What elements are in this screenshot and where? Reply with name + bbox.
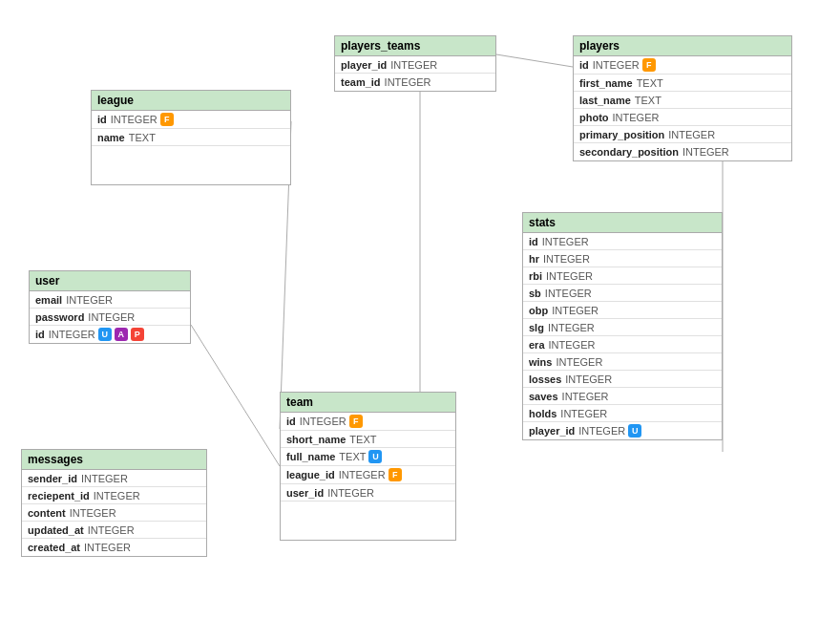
col-type: TEXT: [339, 451, 366, 462]
table-row: sbINTEGER: [523, 285, 722, 302]
col-name: rbi: [529, 270, 542, 282]
table-row: idINTEGERF: [281, 413, 455, 431]
col-type: INTEGER: [300, 416, 346, 427]
table-spacer: [92, 146, 290, 184]
col-name: id: [97, 114, 107, 125]
table-row: passwordINTEGER: [30, 309, 190, 326]
table-header-stats: stats: [523, 213, 722, 233]
table-players: playersidINTEGERFfirst_nameTEXTlast_name…: [573, 35, 792, 161]
table-row: photoINTEGER: [574, 109, 791, 126]
badge-f: F: [642, 58, 656, 72]
table-row: user_idINTEGER: [281, 484, 455, 502]
col-name: full_name: [286, 451, 335, 462]
table-row: hrINTEGER: [523, 250, 722, 267]
col-type: INTEGER: [542, 236, 589, 247]
col-type: INTEGER: [111, 114, 158, 125]
col-name: id: [529, 236, 538, 247]
table-header-players_teams: players_teams: [335, 36, 495, 56]
col-type: INTEGER: [562, 391, 609, 402]
table-row: sender_idINTEGER: [22, 470, 206, 487]
col-type: TEXT: [349, 434, 376, 445]
col-type: INTEGER: [578, 425, 625, 437]
col-type: INTEGER: [390, 59, 437, 71]
col-name: user_id: [286, 487, 324, 499]
col-name: primary_position: [579, 129, 664, 140]
svg-line-6: [191, 325, 280, 466]
col-type: INTEGER: [84, 542, 131, 553]
table-row: short_nameTEXT: [281, 431, 455, 448]
badge-u: U: [98, 328, 112, 341]
table-row: rbiINTEGER: [523, 267, 722, 285]
table-row: lossesINTEGER: [523, 371, 722, 388]
table-row: savesINTEGER: [523, 388, 722, 405]
col-type: INTEGER: [560, 408, 607, 419]
col-name: updated_at: [28, 524, 84, 536]
table-messages: messagessender_idINTEGERreciepent_idINTE…: [21, 449, 207, 557]
col-name: secondary_position: [579, 146, 679, 158]
col-name: created_at: [28, 542, 80, 553]
table-row: obpINTEGER: [523, 302, 722, 319]
col-name: short_name: [286, 434, 346, 445]
table-players_teams: players_teamsplayer_idINTEGERteam_idINTE…: [334, 35, 496, 92]
col-name: last_name: [579, 95, 631, 106]
badge-a: A: [115, 328, 128, 341]
svg-line-1: [496, 54, 573, 67]
table-row: idINTEGERUAP: [30, 326, 190, 343]
table-row: primary_positionINTEGER: [574, 126, 791, 143]
col-name: league_id: [286, 469, 335, 480]
table-row: winsINTEGER: [523, 353, 722, 371]
table-row: idINTEGERF: [92, 111, 290, 129]
table-row: idINTEGER: [523, 233, 722, 250]
table-row: holdsINTEGER: [523, 405, 722, 422]
col-name: team_id: [341, 76, 381, 88]
col-type: INTEGER: [613, 112, 660, 123]
col-type: INTEGER: [556, 356, 602, 368]
col-type: INTEGER: [546, 270, 593, 282]
badge-f: F: [388, 468, 402, 481]
col-type: INTEGER: [682, 146, 729, 158]
col-name: holds: [529, 408, 556, 419]
table-row: team_idINTEGER: [335, 74, 495, 91]
col-type: INTEGER: [81, 473, 128, 484]
badge-f: F: [349, 415, 363, 428]
table-header-team: team: [281, 393, 455, 413]
col-type: INTEGER: [545, 288, 592, 299]
table-row: contentINTEGER: [22, 504, 206, 522]
table-header-league: league: [92, 91, 290, 111]
badge-u: U: [628, 424, 641, 438]
col-name: losses: [529, 374, 561, 385]
col-name: id: [579, 59, 589, 71]
col-type: INTEGER: [552, 305, 598, 316]
col-type: INTEGER: [327, 487, 374, 499]
col-name: first_name: [579, 77, 633, 89]
badge-u: U: [368, 450, 382, 463]
col-type: INTEGER: [548, 322, 595, 333]
col-name: saves: [529, 391, 558, 402]
col-type: INTEGER: [66, 294, 113, 306]
col-name: player_id: [341, 59, 387, 71]
table-row: nameTEXT: [92, 129, 290, 146]
table-row: player_idINTEGERU: [523, 422, 722, 439]
table-row: idINTEGERF: [574, 56, 791, 75]
table-row: emailINTEGER: [30, 291, 190, 309]
table-row: last_nameTEXT: [574, 92, 791, 109]
table-user: useremailINTEGERpasswordINTEGERidINTEGER…: [29, 270, 191, 344]
table-row: created_atINTEGER: [22, 539, 206, 556]
col-name: player_id: [529, 425, 575, 437]
col-type: INTEGER: [339, 469, 386, 480]
col-name: name: [97, 132, 125, 143]
col-type: INTEGER: [94, 490, 140, 502]
col-name: hr: [529, 253, 539, 265]
col-type: TEXT: [129, 132, 156, 143]
badge-f: F: [160, 113, 174, 126]
col-name: era: [529, 339, 545, 351]
table-header-players: players: [574, 36, 791, 56]
col-name: sb: [529, 288, 541, 299]
table-row: slgINTEGER: [523, 319, 722, 336]
col-name: reciepent_id: [28, 490, 90, 502]
col-name: obp: [529, 305, 548, 316]
table-stats: statsidINTEGERhrINTEGERrbiINTEGERsbINTEG…: [522, 212, 723, 440]
col-name: id: [35, 329, 45, 340]
table-row: reciepent_idINTEGER: [22, 487, 206, 504]
col-type: INTEGER: [593, 59, 640, 71]
